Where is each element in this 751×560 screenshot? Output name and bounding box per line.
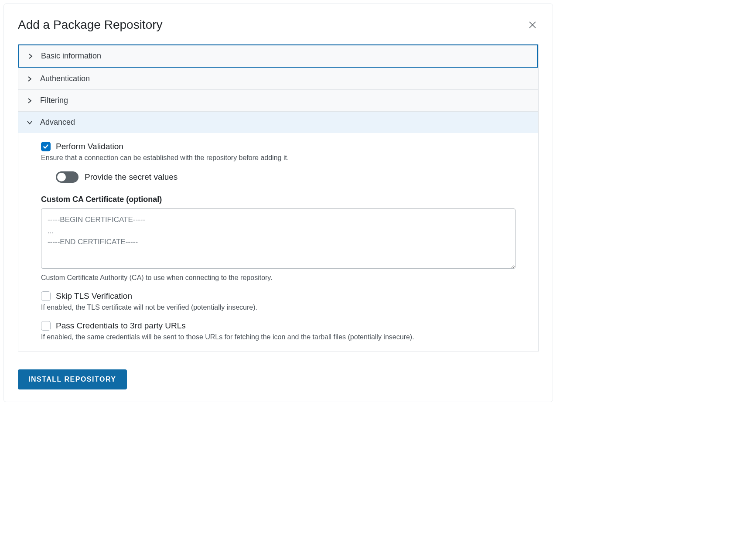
custom-ca-field: Custom CA Certificate (optional) Custom … (41, 195, 515, 282)
accordion-label-authentication: Authentication (40, 74, 90, 83)
skip-tls-field: Skip TLS Verification If enabled, the TL… (41, 291, 515, 311)
skip-tls-label: Skip TLS Verification (56, 291, 132, 301)
close-icon (528, 20, 537, 29)
provide-secret-toggle[interactable] (56, 171, 79, 183)
add-repository-modal: Add a Package Repository Basic informati… (3, 3, 553, 402)
accordion-label-filtering: Filtering (40, 96, 68, 105)
custom-ca-help: Custom Certificate Authority (CA) to use… (41, 274, 515, 282)
perform-validation-help: Ensure that a connection can be establis… (41, 154, 515, 162)
accordion-label-advanced: Advanced (40, 118, 75, 127)
chevron-right-icon (26, 75, 33, 82)
accordion-header-advanced[interactable]: Advanced (18, 112, 538, 133)
modal-title: Add a Package Repository (18, 18, 163, 32)
close-button[interactable] (526, 19, 539, 31)
provide-secret-field: Provide the secret values (56, 171, 515, 183)
chevron-right-icon (27, 53, 34, 60)
custom-ca-label: Custom CA Certificate (optional) (41, 195, 515, 204)
accordion-item-authentication: Authentication (18, 68, 538, 90)
accordion-item-filtering: Filtering (18, 90, 538, 112)
pass-credentials-checkbox[interactable] (41, 321, 51, 331)
skip-tls-checkbox[interactable] (41, 291, 51, 301)
accordion-item-advanced: Advanced Perform Validation Ensure that … (18, 112, 538, 352)
install-repository-button[interactable]: Install Repository (18, 369, 127, 389)
perform-validation-checkbox[interactable] (41, 142, 51, 151)
accordion-header-filtering[interactable]: Filtering (18, 90, 538, 111)
modal-header: Add a Package Repository (18, 18, 539, 32)
provide-secret-label: Provide the secret values (85, 172, 178, 182)
pass-credentials-field: Pass Credentials to 3rd party URLs If en… (41, 321, 515, 341)
toggle-knob (57, 173, 66, 181)
accordion-item-basic-info: Basic information (18, 44, 538, 68)
pass-credentials-help: If enabled, the same credentials will be… (41, 333, 515, 341)
pass-credentials-label: Pass Credentials to 3rd party URLs (56, 321, 186, 331)
accordion-header-basic-info[interactable]: Basic information (18, 44, 538, 68)
custom-ca-textarea[interactable] (41, 208, 515, 269)
advanced-content: Perform Validation Ensure that a connect… (18, 133, 538, 352)
chevron-down-icon (26, 119, 33, 126)
accordion-label-basic-info: Basic information (41, 51, 101, 61)
chevron-right-icon (26, 97, 33, 104)
perform-validation-field: Perform Validation Ensure that a connect… (41, 142, 515, 162)
accordion: Basic information Authentication Filteri… (18, 44, 539, 352)
check-icon (43, 143, 49, 150)
skip-tls-help: If enabled, the TLS certificate will not… (41, 304, 515, 311)
accordion-header-authentication[interactable]: Authentication (18, 68, 538, 89)
perform-validation-label: Perform Validation (56, 142, 123, 151)
